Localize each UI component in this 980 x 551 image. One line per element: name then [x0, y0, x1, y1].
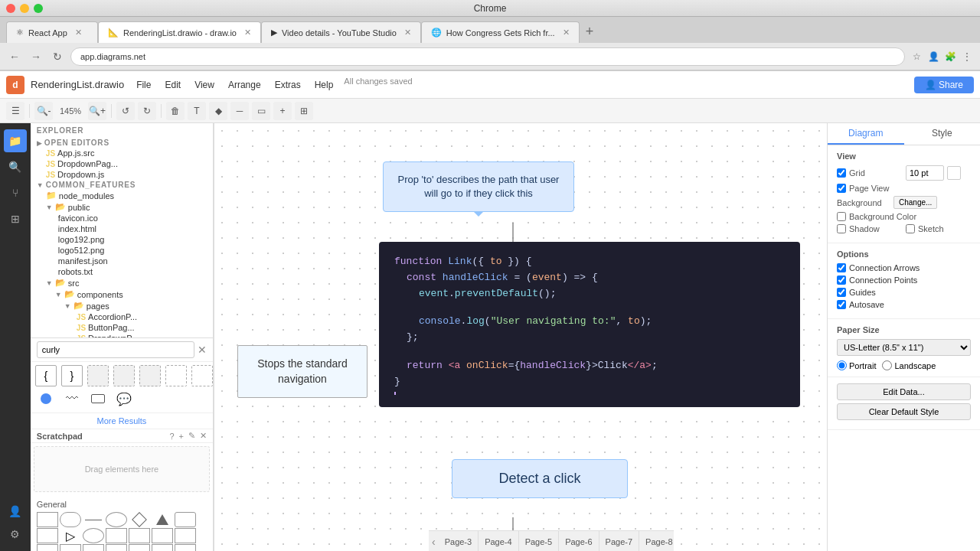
shape-curly-left[interactable]: { — [35, 365, 57, 386]
shape-rect2[interactable] — [113, 365, 135, 386]
shape-right-triangle[interactable]: ▷ — [60, 528, 81, 543]
bookmark-icon[interactable]: ☆ — [910, 50, 923, 64]
menu-icon[interactable]: ⋮ — [960, 50, 974, 64]
shape-s7[interactable] — [175, 544, 196, 551]
extensions-icon[interactable]: 🧩 — [943, 50, 957, 64]
page-tab-5[interactable]: Page-5 — [519, 531, 559, 551]
file-index-html[interactable]: index.html — [31, 223, 214, 234]
grid-value-input[interactable] — [906, 165, 944, 181]
shape-diamond[interactable] — [129, 512, 150, 527]
file-favicon[interactable]: favicon.ico — [31, 213, 214, 223]
common-features-header[interactable]: ▼ COMMON_FEATURES — [31, 180, 214, 190]
folder-components[interactable]: ▼ 📂 components — [31, 289, 214, 300]
grid-checkbox[interactable] — [837, 168, 846, 178]
forward-button[interactable]: → — [28, 48, 44, 65]
shape-rectangle[interactable] — [37, 512, 58, 527]
folder-public[interactable]: ▼ 📂 public — [31, 201, 214, 213]
tab-youtube[interactable]: ▶ Video details - YouTube Studio ✕ — [261, 21, 421, 43]
shape-s1[interactable] — [37, 544, 58, 551]
shape-rect4-2[interactable] — [129, 528, 150, 543]
shape-rounded-rect[interactable] — [60, 512, 81, 527]
shape-rect1[interactable] — [87, 365, 109, 386]
folder-node-modules[interactable]: 📁 node_modules — [31, 190, 214, 201]
guides-checkbox[interactable] — [837, 288, 846, 297]
share-button[interactable]: 👤 Share — [914, 77, 974, 93]
zoom-out-button[interactable]: 🔍- — [34, 102, 53, 120]
window-controls[interactable] — [6, 4, 43, 13]
tab-style[interactable]: Style — [904, 123, 981, 145]
tab-diagram[interactable]: Diagram — [828, 123, 904, 145]
scratchpad-help[interactable]: ? — [169, 432, 174, 441]
back-button[interactable]: ← — [6, 48, 23, 65]
shape-s6[interactable] — [152, 544, 173, 551]
new-tab-button[interactable]: + — [580, 21, 600, 43]
clear-default-style-button[interactable]: Clear Default Style — [837, 403, 971, 420]
shape-triangle[interactable] — [152, 512, 173, 527]
menu-file[interactable]: File — [130, 77, 157, 93]
git-icon[interactable]: ⑂ — [4, 181, 27, 204]
file-button-page[interactable]: JS ButtonPag... — [31, 322, 214, 333]
shape-s2[interactable] — [60, 544, 81, 551]
autosave-checkbox[interactable] — [837, 300, 846, 309]
file-manifest[interactable]: manifest.json — [31, 256, 214, 266]
menu-extras[interactable]: Extras — [269, 77, 307, 93]
tab-close-icon[interactable]: ✕ — [75, 28, 82, 37]
paper-size-select[interactable]: US-Letter (8.5" x 11") — [837, 339, 971, 356]
sidebar-toggle-button[interactable]: ☰ — [6, 102, 24, 120]
page-tab-3[interactable]: Page-3 — [439, 531, 479, 551]
profile-icon[interactable]: 👤 — [926, 50, 940, 64]
file-robots[interactable]: robots.txt — [31, 266, 214, 277]
scratchpad-add[interactable]: + — [179, 432, 184, 441]
shape-rect5[interactable] — [191, 365, 213, 386]
tab-close-icon[interactable]: ✕ — [563, 28, 570, 37]
fill-button[interactable]: ◆ — [209, 102, 227, 120]
edit-data-button[interactable]: Edit Data... — [837, 383, 971, 400]
tab-congress[interactable]: 🌐 How Congress Gets Rich fr... ✕ — [421, 21, 580, 43]
more-results-button[interactable]: More Results — [31, 412, 213, 429]
connection-arrows-checkbox[interactable] — [837, 263, 846, 272]
shape-curly-right[interactable]: } — [61, 365, 83, 386]
menu-help[interactable]: Help — [309, 77, 340, 93]
minimize-button[interactable] — [20, 4, 29, 13]
redo-button[interactable]: ↻ — [138, 102, 156, 120]
connection-points-checkbox[interactable] — [837, 276, 846, 285]
layout-button[interactable]: ⊞ — [295, 102, 313, 120]
delete-button[interactable]: 🗑 — [166, 102, 185, 120]
search-close-icon[interactable]: ✕ — [198, 344, 207, 356]
shape-s5[interactable] — [129, 544, 150, 551]
file-app-js[interactable]: JS App.js.src — [31, 148, 214, 158]
explorer-icon[interactable]: 📁 — [4, 129, 27, 152]
shape-rect-callout[interactable] — [37, 528, 58, 543]
shape-rect4[interactable] — [165, 365, 187, 386]
file-dropdown-js[interactable]: JS Dropdown.js — [31, 169, 214, 180]
page-tab-7[interactable]: Page-7 — [599, 531, 639, 551]
page-tab-8[interactable]: Page-8 — [639, 531, 674, 551]
file-accordion-page[interactable]: JS AccordionP... — [31, 311, 214, 322]
file-logo512[interactable]: logo512.png — [31, 245, 214, 256]
landscape-radio[interactable] — [882, 360, 892, 370]
shape-circle2[interactable] — [83, 528, 104, 543]
format-button[interactable]: T — [188, 102, 206, 120]
page-tab-4[interactable]: Page-4 — [479, 531, 518, 551]
shape-s3[interactable] — [83, 544, 104, 551]
menu-arrange[interactable]: Arrange — [222, 77, 267, 93]
shape-wave[interactable]: 〰 — [61, 388, 83, 409]
file-logo192[interactable]: logo192.png — [31, 234, 214, 245]
open-editors-header[interactable]: ▶ OPEN EDITORS — [31, 138, 214, 148]
reload-button[interactable]: ↻ — [49, 48, 66, 65]
shadow-checkbox[interactable] — [837, 224, 846, 233]
shape-brace-decor[interactable] — [87, 388, 109, 409]
shape-dot[interactable] — [35, 388, 57, 409]
extensions-sidebar-icon[interactable]: ⊞ — [4, 207, 27, 230]
close-button[interactable] — [6, 4, 15, 13]
grid-color-swatch[interactable] — [947, 166, 961, 180]
tab-close-icon[interactable]: ✕ — [244, 28, 251, 37]
tab-drawio[interactable]: 📐 RenderingList.drawio - draw.io ✕ — [98, 21, 261, 43]
page-prev-button[interactable]: ‹ — [429, 536, 439, 548]
zoom-in-button[interactable]: 🔍+ — [88, 102, 106, 120]
folder-src[interactable]: ▼ 📂 src — [31, 277, 214, 289]
line-button[interactable]: ─ — [230, 102, 249, 120]
shape-line[interactable] — [83, 512, 104, 527]
shape-s4[interactable] — [106, 544, 127, 551]
folder-pages[interactable]: ▼ 📂 pages — [31, 300, 214, 311]
